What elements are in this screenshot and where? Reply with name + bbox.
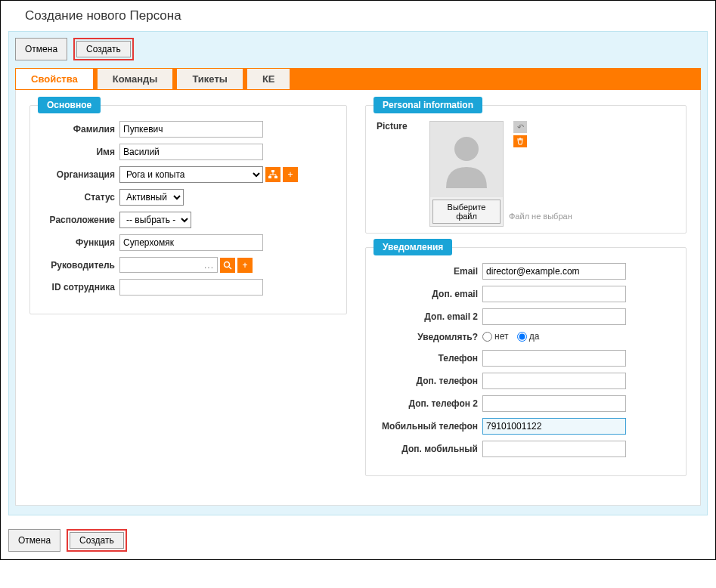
select-org[interactable]: Рога и копыта xyxy=(119,166,263,183)
input-function[interactable] xyxy=(119,234,263,251)
picture-box: Выберите файл xyxy=(429,121,504,227)
label-lastname: Фамилия xyxy=(41,124,119,135)
input-phone2[interactable] xyxy=(482,373,626,389)
svg-point-5 xyxy=(225,262,230,267)
label-status: Статус xyxy=(41,192,119,203)
avatar-placeholder-icon xyxy=(430,122,503,197)
input-employee-id[interactable] xyxy=(119,279,263,296)
legend-main: Основное xyxy=(38,97,101,113)
content-panel: Отмена Создать Свойства Команды Тикеты К… xyxy=(8,31,708,515)
tab-bar: Свойства Команды Тикеты КЕ xyxy=(15,68,701,90)
file-status-text: Файл не выбран xyxy=(509,212,675,221)
select-location[interactable]: -- выбрать -- xyxy=(119,212,191,228)
picture-delete-button[interactable] xyxy=(513,135,527,147)
input-email[interactable] xyxy=(482,263,626,280)
svg-rect-4 xyxy=(274,176,277,178)
label-location: Расположение xyxy=(41,215,119,225)
label-notifyq: Уведомлять? xyxy=(377,332,482,342)
label-firstname: Имя xyxy=(41,147,119,157)
label-phone2: Доп. телефон xyxy=(377,376,482,386)
page-header: Создание нового Персона xyxy=(1,1,715,31)
fieldset-picture: Personal information Picture Выберите фа… xyxy=(365,105,687,234)
choose-file-button[interactable]: Выберите файл xyxy=(432,200,501,224)
legend-picture: Personal information xyxy=(373,97,482,113)
label-email2: Доп. email xyxy=(377,289,482,299)
svg-rect-2 xyxy=(271,170,274,172)
create-button-bottom[interactable]: Создать xyxy=(70,532,124,549)
select-status[interactable]: Активный xyxy=(119,189,184,206)
label-supervisor: Руководитель xyxy=(41,260,119,271)
radio-yes[interactable] xyxy=(517,332,527,342)
supervisor-search-button[interactable] xyxy=(220,258,235,273)
input-mobile[interactable] xyxy=(482,418,626,435)
input-phone3[interactable] xyxy=(482,395,626,412)
org-add-button[interactable]: + xyxy=(283,167,298,182)
input-supervisor[interactable]: ... xyxy=(119,257,218,273)
legend-notify: Уведомления xyxy=(373,239,452,255)
input-phone[interactable] xyxy=(482,350,626,367)
tab-tickets[interactable]: Тикеты xyxy=(176,68,243,90)
top-button-row: Отмена Создать xyxy=(15,38,701,65)
tab-properties[interactable]: Свойства xyxy=(15,68,94,90)
create-button[interactable]: Создать xyxy=(76,41,131,57)
input-email2[interactable] xyxy=(482,286,626,302)
fieldset-notify: Уведомления Email Доп. email Доп. email … xyxy=(365,247,687,476)
cancel-button-bottom[interactable]: Отмена xyxy=(8,529,60,552)
cancel-button[interactable]: Отмена xyxy=(15,38,67,60)
label-email3: Доп. email 2 xyxy=(377,311,482,322)
label-phone: Телефон xyxy=(377,353,482,364)
create-button-bottom-highlight: Создать xyxy=(67,529,127,552)
page-title: Создание нового Персона xyxy=(25,8,181,23)
radio-yes-label[interactable]: да xyxy=(517,331,540,342)
svg-point-7 xyxy=(454,137,479,161)
input-mobile2[interactable] xyxy=(482,441,626,457)
svg-rect-3 xyxy=(268,176,271,178)
supervisor-add-button[interactable]: + xyxy=(237,258,253,273)
label-employee-id: ID сотрудника xyxy=(41,282,119,292)
tab-ci[interactable]: КЕ xyxy=(246,68,291,90)
input-email3[interactable] xyxy=(482,308,626,325)
create-button-highlight: Создать xyxy=(73,38,134,60)
label-picture: Picture xyxy=(377,121,422,132)
label-mobile: Мобильный телефон xyxy=(377,421,482,432)
bottom-button-row: Отмена Создать xyxy=(1,523,715,559)
label-org: Организация xyxy=(41,169,119,180)
label-email: Email xyxy=(377,266,482,277)
picture-undo-button[interactable]: ↶ xyxy=(513,121,527,133)
radio-no-label[interactable]: нет xyxy=(482,331,508,342)
svg-line-6 xyxy=(229,267,231,269)
org-tree-button[interactable] xyxy=(265,167,281,182)
radio-no[interactable] xyxy=(482,332,492,342)
label-mobile2: Доп. мобильный xyxy=(377,444,482,454)
tab-teams[interactable]: Команды xyxy=(97,68,174,90)
input-lastname[interactable] xyxy=(119,121,263,138)
tab-body: Основное Фамилия Имя Организация Рога и … xyxy=(15,90,701,506)
input-firstname[interactable] xyxy=(119,144,263,160)
label-function: Функция xyxy=(41,237,119,248)
label-phone3: Доп. телефон 2 xyxy=(377,398,482,409)
fieldset-main: Основное Фамилия Имя Организация Рога и … xyxy=(29,105,347,314)
